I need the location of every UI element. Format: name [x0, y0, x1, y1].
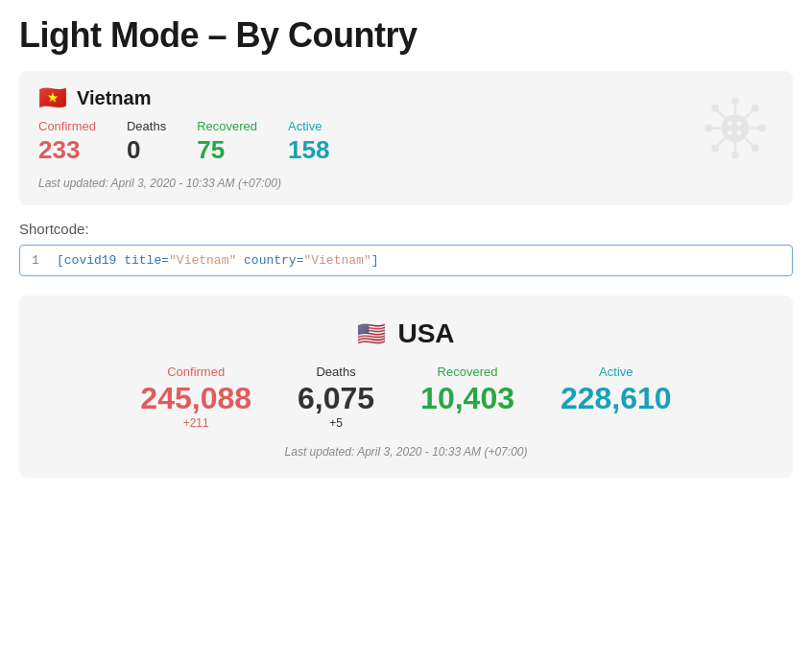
usa-card-header: 🇺🇸 USA [38, 318, 774, 349]
confirmed-label: Confirmed [38, 119, 96, 133]
svg-point-6 [705, 125, 712, 132]
virus-icon [697, 90, 774, 171]
svg-line-9 [718, 110, 726, 118]
vietnam-card: 🇻🇳 Vietnam [19, 71, 793, 205]
svg-point-2 [731, 98, 739, 106]
usa-recovered-value: 10,403 [420, 381, 514, 416]
svg-point-19 [728, 130, 732, 135]
usa-recovered-label: Recovered [438, 365, 498, 379]
line-number: 1 [32, 253, 47, 268]
deaths-label: Deaths [127, 119, 166, 133]
svg-point-17 [728, 121, 732, 126]
usa-card: 🇺🇸 USA Confirmed 245,088 +211 Deaths 6,0… [19, 295, 793, 478]
usa-confirmed-label: Confirmed [167, 365, 225, 379]
svg-point-10 [711, 105, 719, 112]
recovered-value: 75 [197, 135, 257, 165]
svg-line-15 [718, 138, 726, 146]
shortcode-section: Shortcode: 1 [covid19 title="Vietnam" co… [19, 221, 793, 276]
usa-country-name: USA [397, 318, 454, 349]
deaths-value: 0 [127, 135, 166, 165]
shortcode-block[interactable]: 1 [covid19 title="Vietnam" country="Viet… [19, 245, 793, 276]
recovered-label: Recovered [197, 119, 257, 133]
usa-flag: 🇺🇸 [357, 322, 386, 345]
svg-line-13 [745, 110, 752, 118]
svg-line-11 [745, 138, 752, 146]
vietnam-flag: 🇻🇳 [38, 86, 67, 109]
confirmed-value: 233 [38, 135, 96, 165]
page-title: Light Mode – By Country [19, 15, 793, 56]
recovered-stat: Recovered 75 [197, 119, 257, 165]
shortcode-text: [covid19 title="Vietnam" country="Vietna… [57, 253, 379, 268]
shortcode-label: Shortcode: [19, 221, 793, 237]
svg-point-4 [731, 152, 739, 159]
usa-active-stat: Active 228,610 [561, 365, 672, 416]
usa-stats-row: Confirmed 245,088 +211 Deaths 6,075 +5 R… [38, 365, 774, 430]
usa-active-label: Active [599, 365, 633, 379]
svg-point-18 [737, 121, 742, 126]
confirmed-stat: Confirmed 233 [38, 119, 96, 165]
usa-recovered-stat: Recovered 10,403 [420, 365, 514, 416]
usa-confirmed-stat: Confirmed 245,088 +211 [140, 365, 251, 430]
usa-deaths-stat: Deaths 6,075 +5 [298, 365, 374, 430]
usa-last-updated: Last updated: April 3, 2020 - 10:33 AM (… [38, 445, 774, 459]
usa-active-value: 228,610 [561, 381, 672, 416]
usa-confirmed-delta: +211 [183, 416, 209, 430]
usa-deaths-value: 6,075 [298, 381, 374, 416]
vietnam-card-header: 🇻🇳 Vietnam [38, 86, 774, 109]
vietnam-country-name: Vietnam [77, 87, 151, 109]
svg-point-14 [752, 105, 759, 112]
usa-deaths-delta: +5 [329, 416, 343, 430]
vietnam-stats-row: Confirmed 233 Deaths 0 Recovered 75 Acti… [38, 119, 774, 165]
usa-confirmed-value: 245,088 [140, 381, 251, 416]
svg-point-12 [752, 144, 759, 152]
svg-point-8 [758, 125, 766, 132]
active-stat: Active 158 [288, 119, 329, 165]
deaths-stat: Deaths 0 [127, 119, 166, 165]
vietnam-last-updated: Last updated: April 3, 2020 - 10:33 AM (… [38, 177, 774, 190]
active-value: 158 [288, 135, 329, 165]
svg-point-0 [722, 114, 750, 142]
usa-deaths-label: Deaths [316, 365, 355, 379]
svg-point-16 [711, 144, 719, 152]
svg-point-20 [737, 130, 742, 135]
active-label: Active [288, 119, 329, 133]
